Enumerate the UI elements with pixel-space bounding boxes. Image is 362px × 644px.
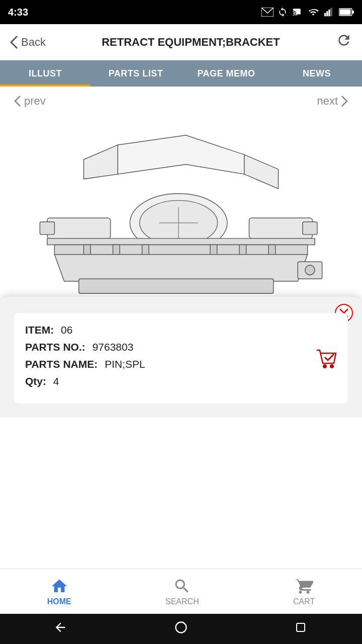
nav-cart[interactable]: CART [293, 577, 315, 606]
android-back-button[interactable] [53, 620, 67, 637]
qty-field: Qty: 4 [25, 375, 337, 387]
svg-rect-4 [331, 8, 332, 17]
svg-rect-47 [297, 623, 305, 631]
home-icon [50, 577, 68, 595]
back-chevron-icon [10, 35, 19, 49]
parts-name-field: PARTS NAME: PIN;SPL [25, 358, 337, 370]
svg-point-40 [305, 265, 315, 275]
next-icon [340, 95, 348, 107]
page-title: RETRACT EQUIPMENT;BRACKET [46, 36, 336, 49]
svg-rect-7 [352, 11, 354, 14]
prev-label: prev [24, 95, 46, 108]
status-bar: 4:33 [0, 0, 362, 24]
wifi-icon [307, 7, 320, 17]
prev-button[interactable]: prev [14, 95, 46, 108]
svg-rect-22 [79, 279, 274, 293]
search-icon [173, 577, 191, 595]
next-button[interactable]: next [317, 95, 348, 108]
prev-icon [14, 95, 22, 107]
back-button[interactable]: Back [10, 35, 46, 49]
svg-rect-1 [324, 13, 326, 17]
header: Back RETRACT EQUIPMENT;BRACKET [0, 24, 362, 60]
battery-icon [339, 8, 354, 17]
svg-rect-3 [328, 10, 330, 16]
parts-name-value: PIN;SPL [105, 358, 145, 370]
nav-home[interactable]: HOME [47, 577, 71, 606]
tab-news[interactable]: NEWS [272, 60, 362, 87]
back-label: Back [21, 36, 46, 49]
bottom-nav: HOME SEARCH CART [0, 569, 362, 614]
part-info-box: ITEM: 06 PARTS NO.: 9763803 PARTS NAME: … [14, 313, 348, 404]
android-home-icon [174, 620, 188, 634]
svg-point-44 [323, 364, 327, 368]
add-to-cart-button[interactable] [313, 345, 339, 371]
signal-icon [324, 7, 335, 17]
svg-rect-15 [303, 222, 317, 234]
status-time: 4:33 [8, 7, 28, 18]
item-field: ITEM: 06 [25, 324, 337, 336]
illustration-area: 01 02 04 05 01 06 06 [0, 116, 362, 418]
svg-point-46 [176, 622, 187, 633]
sync-icon [278, 7, 288, 17]
refresh-icon [336, 32, 352, 48]
tab-illust[interactable]: ILLUST [0, 60, 90, 87]
svg-point-45 [330, 364, 334, 368]
tab-page-memo[interactable]: PAGE MEMO [181, 60, 272, 87]
cast-icon [292, 8, 303, 17]
svg-rect-6 [340, 10, 351, 15]
part-detail-card: ITEM: 06 PARTS NO.: 9763803 PARTS NAME: … [0, 297, 362, 418]
qty-value: 4 [53, 375, 59, 387]
svg-rect-13 [40, 222, 54, 234]
parts-no-value: 9763803 [93, 341, 134, 353]
android-back-icon [53, 620, 67, 634]
android-nav-bar [0, 614, 362, 644]
android-home-button[interactable] [174, 620, 188, 637]
cart-icon [295, 577, 313, 595]
status-icons [261, 7, 354, 17]
tab-parts-list[interactable]: PARTS LIST [90, 60, 181, 87]
item-value: 06 [61, 324, 72, 336]
email-icon [261, 8, 274, 17]
next-label: next [317, 95, 338, 108]
page-navigation: prev next [0, 87, 362, 116]
tabs-bar: ILLUST PARTS LIST PAGE MEMO NEWS [0, 60, 362, 87]
refresh-button[interactable] [336, 32, 352, 52]
nav-search[interactable]: SEARCH [165, 577, 199, 606]
android-recent-icon [295, 620, 309, 634]
android-recent-button[interactable] [295, 620, 309, 637]
svg-rect-12 [47, 218, 111, 238]
parts-no-field: PARTS NO.: 9763803 [25, 341, 337, 353]
add-to-cart-icon [313, 345, 339, 371]
svg-rect-2 [326, 11, 328, 16]
